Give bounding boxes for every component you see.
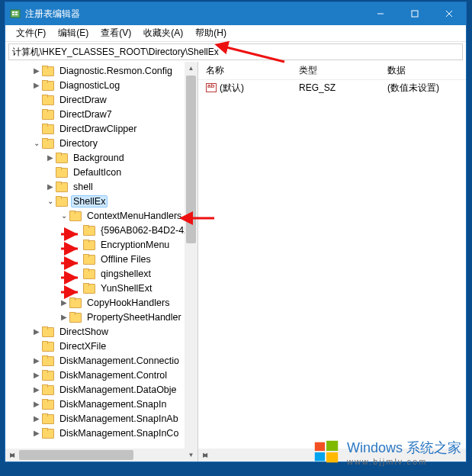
scroll-down-icon[interactable]: ▼ (185, 449, 197, 462)
tree-node[interactable]: {596AB062-B4D2-42 (5, 223, 197, 237)
tree-node[interactable]: DefaultIcon (5, 165, 197, 179)
value-rows: (默认) REG_SZ (数值未设置) (198, 80, 466, 95)
close-button[interactable] (432, 2, 466, 25)
scroll-right-icon[interactable]: ▶ (198, 449, 211, 462)
tree-node[interactable]: Offline Files (5, 252, 197, 266)
maximize-button[interactable] (397, 2, 432, 25)
titlebar[interactable]: 注册表编辑器 (5, 2, 466, 25)
value-name-cell: (默认) (198, 82, 291, 95)
col-name[interactable]: 名称 (198, 64, 291, 77)
tree-node[interactable]: qingshellext (5, 266, 197, 281)
tree-label: DirectDraw (57, 94, 109, 106)
windows-logo-icon (312, 438, 341, 467)
col-type[interactable]: 类型 (291, 64, 380, 77)
tree-node[interactable]: ▶DiskManagement.Control (5, 368, 197, 382)
tree-label: DiagnosticLog (57, 79, 122, 92)
tree-node[interactable]: ▶Diagnostic.Resmon.Config (5, 63, 197, 78)
tree-node[interactable]: ⌄Directory (5, 136, 197, 150)
folder-icon (42, 80, 54, 91)
svg-rect-22 (326, 452, 338, 462)
tree-label: shell (71, 181, 95, 193)
chevron-right-icon[interactable]: ▶ (31, 81, 42, 89)
svg-rect-20 (326, 441, 338, 451)
tree-label: DiskManagement.SnapIn (57, 398, 169, 410)
value-row[interactable]: (默认) REG_SZ (数值未设置) (198, 80, 466, 95)
menu-file[interactable]: 文件(F) (10, 25, 52, 41)
tree-node[interactable]: ▶DiskManagement.SnapIn (5, 397, 197, 411)
folder-icon (69, 211, 82, 221)
minimize-button[interactable] (363, 2, 397, 25)
chevron-right-icon[interactable]: ▶ (45, 182, 56, 191)
folder-icon (42, 399, 54, 410)
tree-label: PropertySheetHandler (85, 311, 184, 323)
tree-node[interactable]: ▶PropertySheetHandler (5, 310, 197, 324)
tree-node[interactable]: ▶DiskManagement.DataObje (5, 382, 197, 397)
svg-rect-21 (315, 452, 325, 461)
tree-node[interactable]: ▶DiskManagement.Connectio (5, 353, 197, 368)
chevron-right-icon[interactable]: ▶ (31, 385, 42, 394)
tree-node[interactable]: DirectDraw7 (5, 107, 197, 121)
folder-icon (83, 283, 95, 294)
tree-label: EncryptionMenu (98, 239, 172, 251)
tree-label: DiskManagement.DataObje (57, 384, 179, 396)
tree-node[interactable]: ▶CopyHookHandlers (5, 295, 197, 310)
tree-scrollbar-vertical[interactable]: ▲ ▼ (185, 62, 197, 462)
svg-rect-6 (412, 11, 418, 17)
chevron-down-icon[interactable]: ⌄ (45, 197, 56, 205)
scroll-thumb[interactable] (19, 450, 133, 460)
chevron-right-icon[interactable]: ▶ (31, 400, 42, 408)
chevron-right-icon[interactable]: ▶ (31, 414, 42, 423)
scroll-thumb[interactable] (186, 76, 196, 243)
tree-node[interactable]: ▶Background (5, 150, 197, 165)
tree-label: YunShellExt (98, 282, 154, 294)
tree-node[interactable]: DirectXFile (5, 339, 197, 353)
scroll-right-icon[interactable]: ▶ (5, 449, 18, 462)
folder-icon (56, 182, 68, 192)
tree-label: DirectXFile (57, 340, 108, 352)
watermark-line1: Windows 系统之家 (347, 439, 461, 457)
tree-node[interactable]: YunShellExt (5, 281, 197, 295)
chevron-right-icon[interactable]: ▶ (31, 371, 42, 379)
watermark: Windows 系统之家 www.bjjmlv.com (312, 438, 461, 467)
tree-node[interactable]: ▶DiskManagement.SnapInAb (5, 411, 197, 426)
tree-label: DiskManagement.Connectio (57, 355, 181, 367)
chevron-right-icon[interactable]: ▶ (59, 298, 69, 307)
chevron-down-icon[interactable]: ⌄ (31, 139, 42, 147)
chevron-down-icon[interactable]: ⌄ (59, 211, 69, 220)
menu-edit[interactable]: 编辑(E) (52, 25, 95, 41)
tree-node[interactable]: ⌄ContextMenuHandlers (5, 208, 197, 223)
menu-view[interactable]: 查看(V) (95, 25, 137, 41)
col-data[interactable]: 数据 (380, 64, 466, 77)
tree-node-selected[interactable]: ⌄ShellEx (5, 194, 197, 208)
tree-node[interactable]: DirectDrawClipper (5, 121, 197, 136)
tree-node[interactable]: ▶shell (5, 179, 197, 194)
chevron-right-icon[interactable]: ▶ (31, 327, 42, 336)
tree-node[interactable]: ▶DiskManagement.SnapInCo (5, 426, 197, 440)
tree-panel: ▶Diagnostic.Resmon.Config ▶DiagnosticLog… (5, 62, 198, 462)
menu-help[interactable]: 帮助(H) (189, 25, 233, 41)
tree-label: DefaultIcon (71, 166, 124, 178)
folder-icon (42, 413, 54, 424)
tree-label: Directory (57, 137, 100, 150)
watermark-text: Windows 系统之家 www.bjjmlv.com (347, 439, 461, 466)
chevron-right-icon[interactable]: ▶ (59, 313, 69, 321)
tree-label: DiskManagement.Control (57, 369, 169, 381)
address-bar[interactable]: 计算机\HKEY_CLASSES_ROOT\Directory\ShellEx (8, 43, 463, 60)
tree-label: Offline Files (98, 253, 153, 265)
tree-node[interactable]: DirectDraw (5, 92, 197, 107)
tree-node[interactable]: ▶DirectShow (5, 324, 197, 339)
tree-scrollbar-horizontal[interactable]: ◀ ▶ (5, 449, 185, 462)
scroll-up-icon[interactable]: ▲ (185, 62, 197, 75)
chevron-right-icon[interactable]: ▶ (45, 153, 56, 162)
chevron-right-icon[interactable]: ▶ (31, 429, 42, 437)
folder-icon (69, 298, 82, 308)
chevron-right-icon[interactable]: ▶ (31, 356, 42, 365)
tree-node[interactable]: ▶DiagnosticLog (5, 78, 197, 92)
tree-label: DirectDrawClipper (57, 123, 139, 135)
folder-icon (42, 66, 54, 76)
tree-label: DiskManagement.SnapInCo (57, 427, 181, 439)
chevron-right-icon[interactable]: ▶ (31, 66, 42, 75)
menu-favorites[interactable]: 收藏夹(A) (137, 25, 189, 41)
folder-icon (83, 240, 95, 250)
tree-node[interactable]: EncryptionMenu (5, 237, 197, 252)
